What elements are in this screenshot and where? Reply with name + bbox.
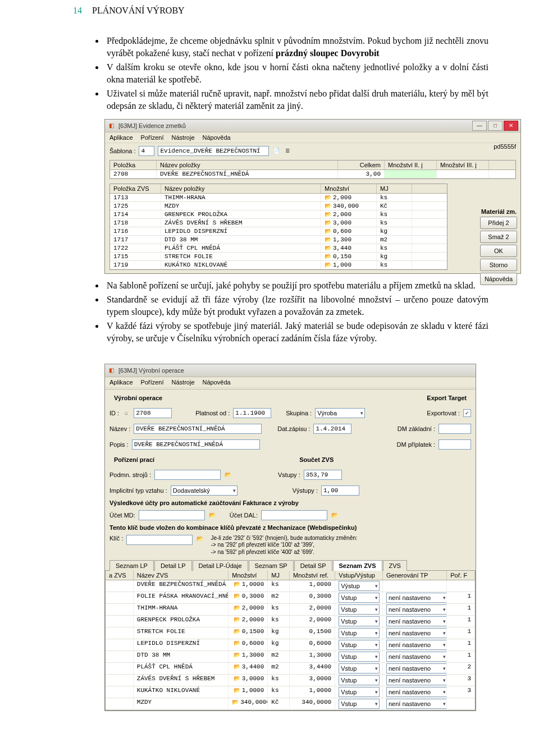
close-button[interactable]: ✕ <box>504 121 518 131</box>
col[interactable]: Množství <box>229 571 268 580</box>
table-row[interactable]: GRENPECK PROLOŽKA📂2,0000ks2,0000Vstupnen… <box>106 616 475 627</box>
col-nazev[interactable]: Název položky <box>157 161 338 169</box>
table-row[interactable]: 1725MZDY📂340,000Kč <box>110 202 447 210</box>
maximize-button[interactable]: □ <box>488 121 503 131</box>
table-row[interactable]: KUKÁTKO NIKLOVANÉ📂1,0000ks1,0000Vstupnen… <box>106 686 475 698</box>
ucetmd-input[interactable] <box>139 510 205 520</box>
skupina-select[interactable]: Výroba <box>315 408 365 418</box>
table-row[interactable]: 1714GRENPECK PROLOŽKA📂2,000ks <box>110 210 447 219</box>
napoveda-button[interactable]: Nápověda <box>480 273 517 285</box>
grid-header-top: Položka Název položky Celkem Množství II… <box>110 161 515 170</box>
tab-detail-lp-daje[interactable]: Detail LP-Údaje <box>193 560 248 571</box>
tab-seznam-sp[interactable]: Seznam SP <box>249 560 294 571</box>
datzap-input[interactable]: 1.4.2014 <box>313 424 351 434</box>
pridej-button[interactable]: Přidej 2 <box>480 217 517 229</box>
col-celkem[interactable]: Celkem <box>338 161 385 169</box>
sablona-id-input[interactable]: 4 <box>139 146 154 156</box>
table-row[interactable]: THIMM-HRANA📂2,0000ks2,0000Vstupnení nast… <box>106 604 475 616</box>
tab-seznam-zvs[interactable]: Seznam ZVS <box>333 560 382 571</box>
col[interactable]: a ZVS <box>106 571 134 580</box>
table-row[interactable]: 1722PLÁŠŤ CPL HNĚDÁ📂3,440ks <box>110 244 447 253</box>
export-checkbox[interactable]: ✓ <box>463 409 471 417</box>
dmz-input[interactable] <box>438 424 471 434</box>
menu-aplikace[interactable]: Aplikace <box>109 134 133 141</box>
col-nazev[interactable]: Název položky <box>161 184 321 193</box>
skupina-label: Skupina : <box>286 410 312 416</box>
table-row[interactable]: 1713THIMM-HRANA📂2,000ks <box>110 194 447 202</box>
smaz-button[interactable]: Smaž 2 <box>480 231 517 243</box>
list-item: Standardně se evidují až tři fáze výroby… <box>104 294 488 318</box>
table-row[interactable]: LEPIDLO DISPERZNÍ📂0,6000kg0,6000Vstupnen… <box>106 639 475 651</box>
open-icon[interactable]: 📂 <box>196 535 204 543</box>
menu-porizeni[interactable]: Pořízení <box>141 134 164 141</box>
col[interactable]: Vstup/Výstup <box>335 571 383 580</box>
menu-bar: Aplikace Pořízení Nástroje Nápověda <box>105 377 476 388</box>
platnost-input[interactable]: 1.1.1900 <box>233 408 271 418</box>
klic-note: Je-li zde '292' či '592' (hnojení), bude… <box>207 535 357 556</box>
menu-napoveda[interactable]: Nápověda <box>203 134 231 141</box>
cell-editable[interactable] <box>385 170 437 178</box>
table-row[interactable]: 1716LEPIDLO DISPERZNÍ📂0,600kg <box>110 227 447 236</box>
table-row[interactable]: 1717DTD 38 MM📂1,300m2 <box>110 236 447 244</box>
col[interactable]: Poř. F <box>447 571 475 580</box>
col-mn3[interactable]: Množství III. j <box>437 161 489 169</box>
window-title: [63MJ] Evidence zmetků <box>118 122 469 129</box>
menu-aplikace[interactable]: Aplikace <box>109 379 133 386</box>
tab-detail-lp[interactable]: Detail LP <box>154 560 192 571</box>
tab-detail-sp[interactable]: Detail SP <box>294 560 332 571</box>
titlebar[interactable]: ◧ [63MJ] Výrobní operace <box>105 364 476 377</box>
implicit-select[interactable]: Dodavatelský <box>171 485 237 496</box>
storno-button[interactable]: Storno <box>480 259 517 271</box>
tab-seznam-lp[interactable]: Seznam LP <box>109 560 154 571</box>
menu-nastroje[interactable]: Nástroje <box>172 379 195 386</box>
col-mj[interactable]: MJ <box>377 184 412 193</box>
col-mnozstvi[interactable]: Množství <box>321 184 377 193</box>
col[interactable]: Generování TP <box>383 571 447 580</box>
menu-napoveda[interactable]: Nápověda <box>203 379 231 386</box>
ok-button[interactable]: OK <box>480 245 517 257</box>
open-icon[interactable]: 📂 <box>224 471 232 479</box>
dmp-input[interactable] <box>438 439 471 450</box>
table-row[interactable]: PLÁŠŤ CPL HNĚDÁ📂3,4400m23,4400Vstupnení … <box>106 663 475 675</box>
podmn-label: Podmn. strojů : <box>109 471 151 478</box>
page-number: 14 <box>73 6 82 16</box>
nazev-input[interactable]: DVEŘE BEZPEČNOSTNÍ_HNĚDÁ <box>134 424 262 434</box>
open-icon[interactable]: 📂 <box>331 511 339 519</box>
table-row[interactable]: ZÁVĚS DVEŘNÍ S HŘEBEM📂3,0000ks3,0000Vstu… <box>106 675 475 686</box>
app-icon: ◧ <box>107 366 115 374</box>
ucetdal-input[interactable] <box>261 510 327 520</box>
table-row[interactable]: MZDY📂340,0000Kč340,0000Vstupnení nastave… <box>106 698 475 710</box>
menu-porizeni[interactable]: Pořízení <box>141 379 164 386</box>
minimize-button[interactable]: — <box>472 121 487 131</box>
klic-input[interactable] <box>126 535 193 545</box>
options-icon[interactable]: ≣ <box>284 147 291 155</box>
popis-label: Popis : <box>109 441 129 448</box>
table-row[interactable]: DVEŘE BEZPEČNOSTNÍ_HNĚDÁ📂1,0000ks1,0000V… <box>106 580 475 592</box>
popis-input[interactable]: DVEŘE BEZPEČNOSTNÍ_HNĚDÁ <box>132 439 260 450</box>
titlebar[interactable]: ◧ [63MJ] Evidence zmetků — □ ✕ <box>105 120 520 132</box>
col-mn2[interactable]: Množství II. j <box>385 161 437 169</box>
table-row[interactable]: 1719KUKÁTKO NIKLOVANÉ📂1,000ks <box>110 261 447 269</box>
bullet-list-top: Předpokládejme, že chceme objednávku spl… <box>104 35 488 112</box>
table-row[interactable]: DTD 38 MM📂1,3000m21,3000Vstupnení nastav… <box>106 651 475 663</box>
table-row[interactable]: 2708 DVEŘE BEZPEČNOSTNÍ_HNĚDÁ 3,00 <box>110 170 515 178</box>
open-icon[interactable]: 📂 <box>208 511 216 519</box>
sablona-name-input[interactable]: Evidence_DVEŘE BEZPEČNOSTNÍ <box>158 146 269 156</box>
menu-nastroje[interactable]: Nástroje <box>172 134 195 141</box>
table-row[interactable]: 1715STRETCH FOLIE📂0,150kg <box>110 253 447 261</box>
podmn-input[interactable] <box>154 470 221 480</box>
table-row[interactable]: 1718ZÁVĚS DVEŘNÍ S HŘEBEM📂3,000ks <box>110 219 447 227</box>
col[interactable]: Množství ref. <box>290 571 335 580</box>
col-zvs[interactable]: Položka ZVS <box>110 184 161 193</box>
tab-zvs[interactable]: ZVS <box>383 560 407 571</box>
col-polozka[interactable]: Položka <box>110 161 157 169</box>
menu-bar: Aplikace Pořízení Nástroje Nápověda <box>105 132 520 143</box>
lookup-icon[interactable]: 📄 <box>272 147 280 155</box>
table-row[interactable]: FOLIE PÁSKA HRANOVACÍ_HNĚDÁ📂0,3000m20,30… <box>106 592 475 604</box>
id-input[interactable]: 2708 <box>134 408 172 418</box>
col[interactable]: MJ <box>268 571 290 580</box>
table-row[interactable]: STRETCH FOLIE📂0,1500kg0,1500Vstupnení na… <box>106 627 475 639</box>
vystupy-label: Výstupy : <box>293 487 318 494</box>
col[interactable]: Název ZVS <box>134 571 229 580</box>
section-porizeni-praci: Pořízení prací <box>109 455 159 464</box>
